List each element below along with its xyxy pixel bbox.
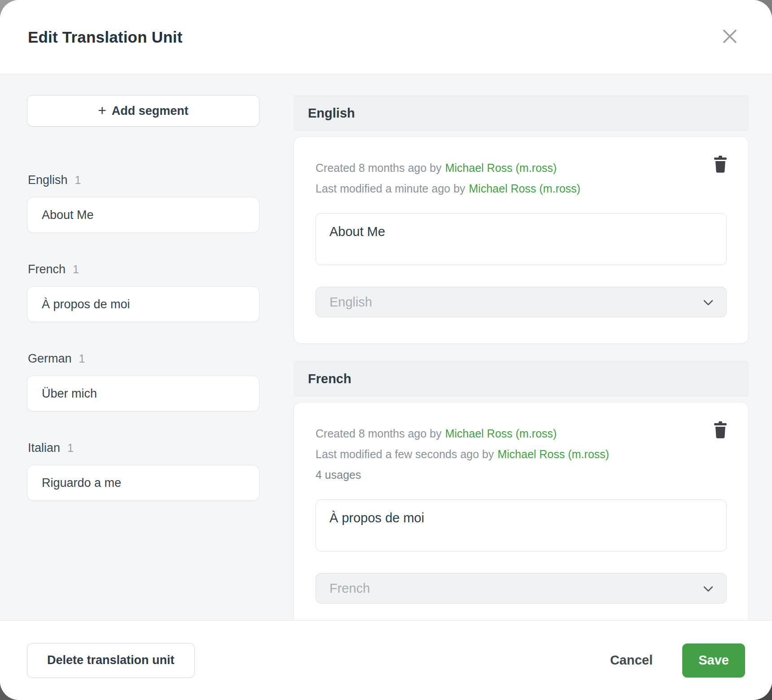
segment-count: 1 xyxy=(75,174,81,187)
delete-translation-unit-button[interactable]: Delete translation unit xyxy=(27,643,195,678)
delete-segment-button[interactable] xyxy=(712,156,728,174)
created-user-link[interactable]: Michael Ross (m.ross) xyxy=(445,427,557,440)
close-button[interactable] xyxy=(719,26,741,48)
page-title: Edit Translation Unit xyxy=(28,28,183,46)
language-select[interactable]: English xyxy=(316,287,727,317)
add-segment-button[interactable]: + Add segment xyxy=(27,95,259,127)
language-select[interactable]: French xyxy=(316,573,727,604)
delete-segment-button[interactable] xyxy=(712,421,728,439)
segment-card-english[interactable]: About Me xyxy=(27,197,259,233)
segment-text-input[interactable] xyxy=(316,213,727,265)
segment-card-german[interactable]: Über mich xyxy=(27,376,259,411)
segment-count: 1 xyxy=(79,352,85,365)
segment-group-english: English 1 About Me xyxy=(27,173,259,233)
segment-group-german: German 1 Über mich xyxy=(27,352,259,411)
segment-language: English xyxy=(28,173,68,187)
modified-prefix: Last modified a minute ago by xyxy=(316,182,465,195)
segment-count: 1 xyxy=(73,263,79,276)
close-icon xyxy=(722,28,738,46)
segment-sidebar: + Add segment English 1 About Me French … xyxy=(27,95,259,620)
save-button[interactable]: Save xyxy=(682,643,745,678)
created-line: Created 8 months ago byMichael Ross (m.r… xyxy=(316,423,727,444)
segment-language: French xyxy=(28,262,66,276)
segment-card-french[interactable]: À propos de moi xyxy=(27,286,259,322)
segment-editors: English Created 8 months ago byMichael xyxy=(294,95,749,620)
segment-language: Italian xyxy=(28,441,60,455)
segment-count: 1 xyxy=(67,442,74,455)
panel-card: Created 8 months ago byMichael Ross (m.r… xyxy=(294,402,749,620)
usages-count: 4 usages xyxy=(316,464,727,485)
edit-translation-unit-modal: Edit Translation Unit + Add segment Engl… xyxy=(0,0,772,700)
created-line: Created 8 months ago byMichael Ross (m.r… xyxy=(316,158,727,178)
segment-text-input[interactable] xyxy=(316,499,727,551)
modal-footer: Delete translation unit Cancel Save xyxy=(0,620,772,700)
segment-language: German xyxy=(28,352,72,366)
segment-card-italian[interactable]: Riguardo a me xyxy=(27,465,259,501)
modal-body: + Add segment English 1 About Me French … xyxy=(0,74,772,620)
panel-english: English Created 8 months ago byMichael xyxy=(294,95,749,344)
created-prefix: Created 8 months ago by xyxy=(316,162,442,174)
language-select-value: English xyxy=(329,295,372,310)
modified-user-link[interactable]: Michael Ross (m.ross) xyxy=(469,182,581,195)
segment-label-row: German 1 xyxy=(27,352,259,366)
language-select-value: French xyxy=(329,581,370,596)
segment-label-row: Italian 1 xyxy=(27,441,259,455)
panel-heading: English xyxy=(294,95,749,131)
footer-actions: Cancel Save xyxy=(610,643,745,678)
panel-french: French Created 8 months ago byMichael R xyxy=(294,361,749,620)
segment-label-row: French 1 xyxy=(27,262,259,276)
modified-user-link[interactable]: Michael Ross (m.ross) xyxy=(497,448,609,460)
modified-prefix: Last modified a few seconds ago by xyxy=(316,448,494,460)
modified-line: Last modified a minute ago byMichael Ros… xyxy=(316,178,727,199)
created-user-link[interactable]: Michael Ross (m.ross) xyxy=(445,162,557,174)
modified-line: Last modified a few seconds ago byMichae… xyxy=(316,444,727,464)
trash-icon xyxy=(713,421,728,440)
chevron-down-icon xyxy=(703,581,714,596)
created-prefix: Created 8 months ago by xyxy=(316,427,442,440)
add-segment-label: Add segment xyxy=(112,104,189,118)
panel-card: Created 8 months ago byMichael Ross (m.r… xyxy=(294,136,749,344)
plus-icon: + xyxy=(98,102,106,119)
trash-icon xyxy=(713,156,728,174)
segment-group-italian: Italian 1 Riguardo a me xyxy=(27,441,259,501)
panel-heading: French xyxy=(294,361,749,397)
chevron-down-icon xyxy=(703,295,714,310)
modal-header: Edit Translation Unit xyxy=(0,0,772,74)
segment-label-row: English 1 xyxy=(27,173,259,187)
segment-group-french: French 1 À propos de moi xyxy=(27,262,259,322)
cancel-button[interactable]: Cancel xyxy=(610,653,653,668)
